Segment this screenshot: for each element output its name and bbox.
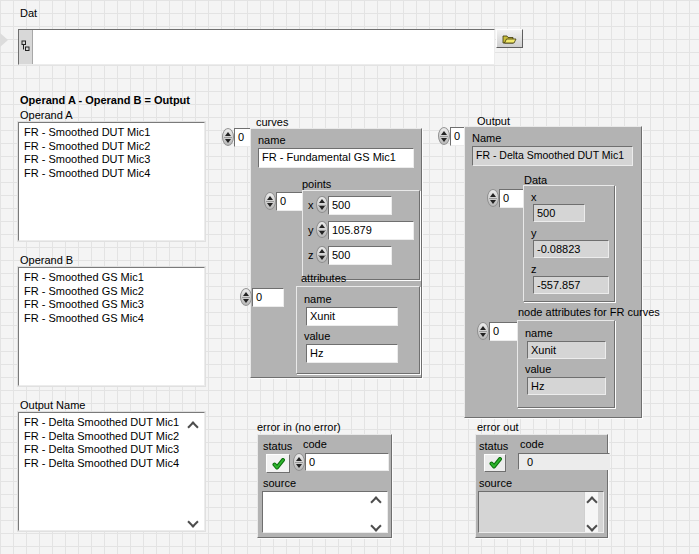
list-item[interactable]: FR - Delta Smoothed DUT Mic1 xyxy=(24,416,202,430)
attribute-value-field[interactable]: Hz xyxy=(306,344,398,363)
point-z-spinner[interactable] xyxy=(316,246,328,263)
points-label: points xyxy=(302,178,331,190)
error-in-code-label: code xyxy=(303,438,327,450)
error-in-status-label: status xyxy=(263,440,292,452)
output-name-indicator: FR - Delta Smoothed DUT Mic1 xyxy=(472,146,633,166)
attribute-name-field[interactable]: Xunit xyxy=(306,307,398,326)
point-z-label: z xyxy=(308,249,314,261)
list-item[interactable]: FR - Smoothed GS Mic3 xyxy=(24,298,202,312)
data-index-spinner[interactable] xyxy=(487,189,499,207)
curves-index-spinner[interactable] xyxy=(222,128,234,146)
node-attributes-label: node attributes for FR curves xyxy=(518,306,660,318)
points-index-spinner[interactable] xyxy=(264,192,276,210)
front-panel: Dat Operand A - Operand B = Output Opera… xyxy=(0,0,699,554)
list-item[interactable]: FR - Smoothed GS Mic2 xyxy=(24,285,202,299)
list-item[interactable]: FR - Smoothed GS Mic4 xyxy=(24,312,202,326)
output-name-field-label: Name xyxy=(472,132,501,144)
point-x-label: x xyxy=(308,199,314,211)
point-y-field[interactable]: 105.879 xyxy=(328,221,414,240)
attribute-name-label: name xyxy=(304,293,332,305)
node-attr-value-indicator: Hz xyxy=(527,377,606,395)
list-item[interactable]: FR - Smoothed DUT Mic2 xyxy=(24,140,202,154)
curve-name-label: name xyxy=(258,134,286,146)
point-x-spinner[interactable] xyxy=(316,196,328,213)
data-x-indicator: 500 xyxy=(533,204,585,222)
data-z-indicator: -557.857 xyxy=(533,276,609,294)
path-control xyxy=(18,29,495,65)
list-item[interactable]: FR - Smoothed DUT Mic1 xyxy=(24,126,202,140)
path-input[interactable] xyxy=(33,30,494,64)
curve-name-field[interactable]: FR - Fundamental GS Mic1 xyxy=(258,148,414,168)
path-symbol-icon xyxy=(21,40,30,52)
attributes-label: attributes xyxy=(301,272,346,284)
node-attr-name-label: name xyxy=(525,327,553,339)
list-item[interactable]: FR - Delta Smoothed DUT Mic3 xyxy=(24,443,202,457)
node-attr-name-indicator: Xunit xyxy=(527,341,606,359)
operand-b-listbox[interactable]: FR - Smoothed GS Mic1 FR - Smoothed GS M… xyxy=(18,267,205,386)
point-y-label: y xyxy=(308,224,314,236)
data-y-label: y xyxy=(531,227,537,239)
folder-open-icon xyxy=(502,34,517,44)
data-x-label: x xyxy=(531,191,537,203)
error-out-code-indicator: 0 xyxy=(518,453,610,470)
data-z-label: z xyxy=(531,263,537,275)
error-out-source-label: source xyxy=(479,477,512,489)
path-type-strip xyxy=(19,30,33,64)
connector-arrow xyxy=(0,33,8,47)
list-item[interactable]: FR - Smoothed DUT Mic3 xyxy=(24,153,202,167)
error-out-status-indicator xyxy=(484,454,506,472)
error-in-code-spinner[interactable] xyxy=(293,453,305,471)
list-item[interactable]: FR - Smoothed DUT Mic4 xyxy=(24,167,202,181)
check-icon xyxy=(489,457,502,469)
operand-a-listbox[interactable]: FR - Smoothed DUT Mic1 FR - Smoothed DUT… xyxy=(18,122,205,241)
error-in-status-button[interactable] xyxy=(266,454,290,473)
data-y-indicator: -0.08823 xyxy=(533,240,609,258)
operand-a-label: Operand A xyxy=(20,109,73,121)
output-name-label: Output Name xyxy=(20,399,85,411)
attribute-value-label: value xyxy=(304,330,330,342)
error-out-code-label: code xyxy=(520,438,544,450)
attributes-index-field[interactable]: 0 xyxy=(252,288,284,307)
check-icon xyxy=(272,458,285,470)
list-item[interactable]: FR - Smoothed GS Mic1 xyxy=(24,271,202,285)
page-title: Operand A - Operand B = Output xyxy=(20,94,190,106)
error-in-label: error in (no error) xyxy=(257,421,341,433)
list-item[interactable]: FR - Delta Smoothed DUT Mic4 xyxy=(24,457,202,471)
output-name-listbox[interactable]: FR - Delta Smoothed DUT Mic1 FR - Delta … xyxy=(18,412,205,531)
error-in-source-label: source xyxy=(263,477,296,489)
point-z-field[interactable]: 500 xyxy=(328,246,392,265)
error-in-source-area[interactable] xyxy=(262,491,388,533)
node-attr-value-label: value xyxy=(525,363,551,375)
error-in-code-field[interactable]: 0 xyxy=(305,453,389,471)
operand-b-label: Operand B xyxy=(20,254,73,266)
curves-label: curves xyxy=(256,116,288,128)
list-item[interactable]: FR - Delta Smoothed DUT Mic2 xyxy=(24,430,202,444)
error-out-status-label: status xyxy=(479,440,508,452)
point-x-field[interactable]: 500 xyxy=(328,196,392,215)
output-index-spinner[interactable] xyxy=(438,127,450,145)
error-out-label: error out xyxy=(477,421,519,433)
attributes-index-spinner[interactable] xyxy=(240,288,252,306)
point-y-spinner[interactable] xyxy=(316,221,328,238)
path-control-label: Dat xyxy=(20,7,37,19)
browse-button[interactable] xyxy=(496,29,523,48)
node-attributes-index-spinner[interactable] xyxy=(477,322,489,340)
